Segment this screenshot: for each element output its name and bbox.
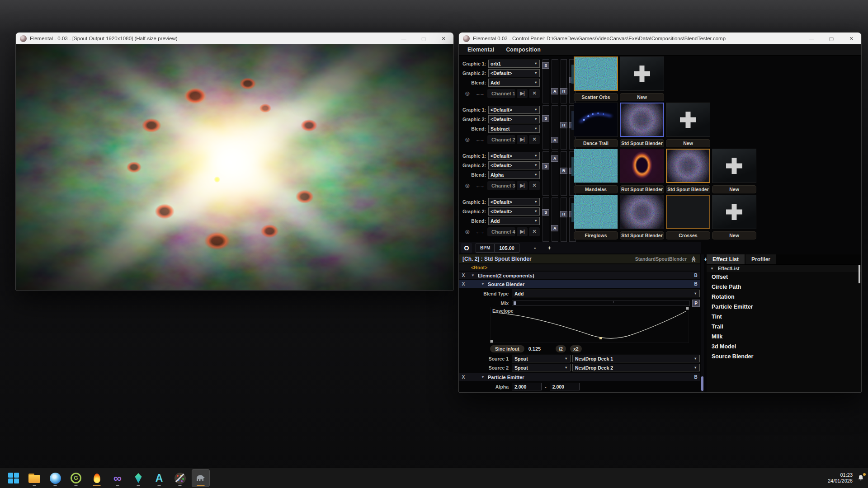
green-ring-app-button[interactable]: G <box>67 469 85 487</box>
effect-item-offset[interactable]: Offset <box>707 272 861 282</box>
kite-app-button[interactable] <box>129 469 147 487</box>
source2-type-dropdown[interactable]: Spout ▼ <box>512 364 571 371</box>
deck-crosses[interactable]: Crosses <box>666 195 710 239</box>
tab-effect-list[interactable]: Effect List <box>707 254 745 264</box>
expand-arrow-icon[interactable]: ▼ <box>481 282 485 286</box>
channel-clear-button[interactable]: ✕ <box>529 181 540 190</box>
bypass-toggle[interactable]: B <box>692 282 700 286</box>
envelope-keyframe-dot[interactable] <box>599 337 602 339</box>
divide-by-2-button[interactable]: /2 <box>556 345 566 352</box>
fader-a-handle[interactable]: A <box>551 155 558 162</box>
blend-dropdown[interactable]: Add▼ <box>488 79 540 87</box>
deck-fireglows[interactable]: Fireglows <box>574 195 618 239</box>
palette-app-button[interactable] <box>171 469 189 487</box>
deck-rot-spout-blender[interactable]: Rot Spout Blender <box>620 149 664 193</box>
loop-icon[interactable]: ◎ <box>463 181 472 190</box>
effect-item-milk[interactable]: Milk <box>707 332 861 342</box>
channel-clear-button[interactable]: ✕ <box>529 227 540 236</box>
swap-arrows-icon[interactable]: ←→ <box>473 89 486 98</box>
graphic2-dropdown[interactable]: <Default>▼ <box>488 69 540 77</box>
taskbar-clock[interactable]: 01:23 24/01/2026 <box>828 472 853 484</box>
multiply-by-2-button[interactable]: x2 <box>570 345 582 352</box>
loop-icon[interactable]: ◎ <box>463 89 472 98</box>
minimize-button[interactable]: — <box>394 33 414 44</box>
fader-s-handle[interactable]: S <box>542 115 549 122</box>
graphic2-dropdown[interactable]: <Default>▼ <box>488 115 540 123</box>
new-deck-thumbnail[interactable] <box>620 56 664 91</box>
deck-label[interactable]: Std Spout Blender <box>620 231 664 239</box>
deck-scatter-orbs[interactable]: Scatter Orbs <box>574 56 618 101</box>
mix-slider-handle[interactable] <box>514 301 516 305</box>
skip-end-icon[interactable]: ▶| <box>517 227 528 236</box>
fader-s[interactable]: S <box>542 59 549 103</box>
expand-arrow-icon[interactable]: ▼ <box>710 267 714 271</box>
inspector-scrollbar-handle[interactable] <box>701 376 703 391</box>
elemental-app-button[interactable] <box>192 469 210 487</box>
close-button[interactable]: ✕ <box>841 33 861 44</box>
deck-label[interactable]: New <box>712 231 756 239</box>
effect-item-trail[interactable]: Trail <box>707 322 861 332</box>
deck-label[interactable]: Rot Spout Blender <box>620 185 664 193</box>
deck-thumbnail-selected[interactable] <box>620 103 664 137</box>
deck-label[interactable]: Scatter Orbs <box>574 93 618 101</box>
deck-label[interactable]: New <box>666 139 710 147</box>
fader-r-handle[interactable]: R <box>560 168 567 174</box>
bpm-increase-button[interactable]: + <box>544 244 555 252</box>
fader-r-handle[interactable]: R <box>560 122 567 128</box>
graphic2-dropdown[interactable]: <Default>▼ <box>488 207 540 216</box>
loop-icon[interactable]: ◎ <box>463 227 472 236</box>
curve-type-button[interactable]: Sine in/out <box>490 345 524 352</box>
tree-row-element[interactable]: X ▼ Element(2 components) B <box>459 272 700 279</box>
deck-label[interactable]: Std Spout Blender <box>620 139 664 147</box>
channel-clear-button[interactable]: ✕ <box>529 89 540 98</box>
deck-std-spout-blender-3[interactable]: Std Spout Blender <box>620 195 664 239</box>
curve-value[interactable]: 0.125 <box>528 346 541 352</box>
fader-s-handle[interactable]: S <box>542 62 549 69</box>
fader-a[interactable]: A <box>552 197 558 242</box>
skip-end-icon[interactable]: ▶| <box>517 135 528 144</box>
fader-s-handle[interactable]: S <box>542 163 549 169</box>
deck-label[interactable]: New <box>712 185 756 193</box>
loop-icon[interactable]: ◎ <box>463 135 472 144</box>
effect-panel-scrollbar[interactable] <box>859 265 860 283</box>
tree-root-row[interactable]: <Root> <box>459 264 700 271</box>
graphic1-dropdown[interactable]: <Default>▼ <box>488 198 540 206</box>
tree-row-particle-emitter[interactable]: X ▼ Particle Emitter B <box>459 373 700 381</box>
effect-item-3d-model[interactable]: 3d Model <box>707 342 861 352</box>
flame-app-button[interactable] <box>88 469 106 487</box>
remove-icon[interactable]: X <box>459 375 467 380</box>
graphic1-dropdown[interactable]: orb1▼ <box>488 60 540 68</box>
new-deck-thumbnail[interactable] <box>666 103 710 137</box>
graphic1-dropdown[interactable]: <Default>▼ <box>488 106 540 114</box>
swap-arrows-icon[interactable]: ←→ <box>473 135 486 144</box>
deck-std-spout-blender-2[interactable]: Std Spout Blender <box>666 149 710 193</box>
deck-mandelas[interactable]: Mandelas <box>574 149 618 193</box>
effect-item-source-blender[interactable]: Source Blender <box>707 352 861 361</box>
blend-type-dropdown[interactable]: Add ▼ <box>512 290 700 297</box>
deck-label[interactable]: Std Spout Blender <box>666 185 710 193</box>
fader-s[interactable]: S <box>542 105 549 150</box>
maximize-button[interactable]: ▢ <box>414 33 434 44</box>
channel-name[interactable]: Channel 1 <box>487 89 515 98</box>
control-window-titlebar[interactable]: Elemental 0.03 - Control Panel: D:\GameD… <box>459 33 861 44</box>
fader-r[interactable]: R <box>561 59 567 103</box>
new-deck-thumbnail[interactable] <box>712 149 756 183</box>
notifications-bell-icon[interactable] <box>857 474 864 482</box>
deck-thumbnail[interactable] <box>574 103 618 137</box>
swap-arrows-icon[interactable]: ←→ <box>473 227 486 236</box>
skip-end-icon[interactable]: ▶| <box>517 181 528 190</box>
deck-thumbnail-selected[interactable] <box>666 149 710 183</box>
fader-r-handle[interactable]: R <box>560 88 567 94</box>
bpm-o-toggle[interactable]: O <box>461 243 472 253</box>
deck-thumbnail[interactable] <box>574 195 618 229</box>
preview-window-titlebar[interactable]: Elemental - 0.03 - [Spout Output 1920x10… <box>16 33 453 44</box>
inspector-scrollbar[interactable] <box>701 254 704 392</box>
deck-label[interactable]: Mandelas <box>574 185 618 193</box>
mix-slider[interactable] <box>512 300 690 306</box>
blend-dropdown[interactable]: Alpha▼ <box>488 171 540 179</box>
graphic2-dropdown[interactable]: <Default>▼ <box>488 161 540 169</box>
deck-label[interactable]: Crosses <box>666 231 710 239</box>
envelope-handle-start[interactable] <box>490 340 493 343</box>
tab-profiler[interactable]: Profiler <box>745 254 776 264</box>
deck-dance-trail[interactable]: Dance Trail <box>574 103 618 147</box>
